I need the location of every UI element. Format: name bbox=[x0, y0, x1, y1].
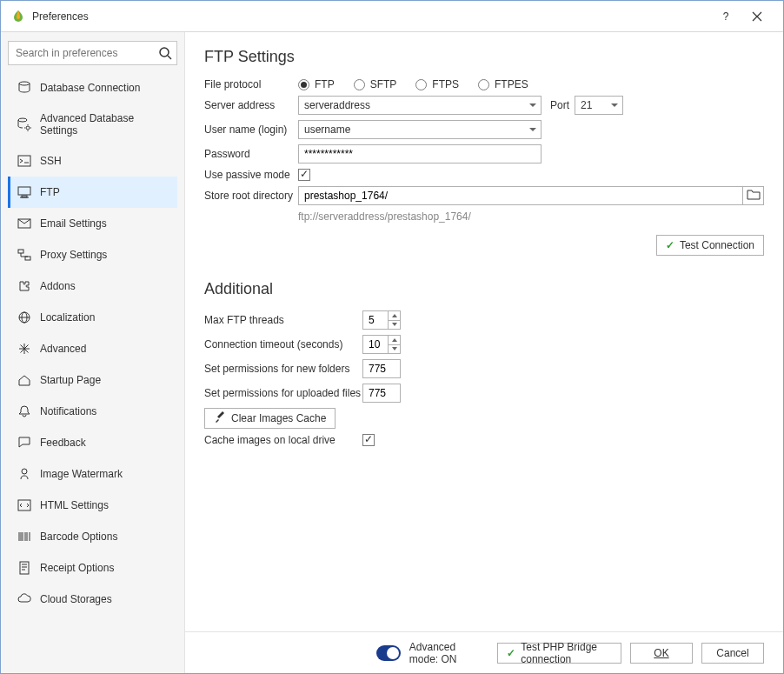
test-php-bridge-button[interactable]: ✓ Test PHP Bridge connection bbox=[497, 643, 621, 664]
code-icon bbox=[17, 498, 31, 512]
puzzle-icon bbox=[17, 279, 31, 293]
user-name-combo[interactable]: username bbox=[298, 120, 541, 139]
barcode-icon bbox=[17, 530, 31, 544]
spin-up-icon[interactable] bbox=[388, 336, 400, 345]
close-button[interactable] bbox=[741, 1, 773, 32]
sidebar: Database Connection Advanced Database Se… bbox=[1, 32, 185, 673]
sidebar-item-label: Image Watermark bbox=[40, 468, 123, 480]
svg-point-4 bbox=[26, 126, 30, 130]
sidebar-item-html-settings[interactable]: HTML Settings bbox=[8, 490, 177, 521]
sidebar-item-feedback[interactable]: Feedback bbox=[8, 427, 177, 458]
radio-ftpes[interactable]: FTPES bbox=[478, 78, 528, 90]
bell-icon bbox=[17, 404, 31, 418]
port-combo[interactable]: 21 bbox=[575, 96, 623, 115]
max-threads-spinner[interactable] bbox=[388, 311, 400, 329]
sidebar-item-label: Database Connection bbox=[40, 82, 140, 94]
watermark-icon bbox=[17, 467, 31, 481]
search-input[interactable] bbox=[8, 41, 177, 65]
svg-point-0 bbox=[160, 48, 169, 57]
radio-sftp-input[interactable] bbox=[354, 79, 365, 90]
spin-down-icon[interactable] bbox=[388, 345, 400, 354]
sidebar-item-notifications[interactable]: Notifications bbox=[8, 396, 177, 427]
label-max-threads: Max FTP threads bbox=[204, 314, 362, 326]
additional-heading: Additional bbox=[204, 280, 764, 298]
label-cache-local: Cache images on local drive bbox=[204, 434, 362, 446]
label-perm-folders: Set permissions for new folders bbox=[204, 363, 362, 375]
radio-ftpes-input[interactable] bbox=[478, 79, 489, 90]
ftp-icon bbox=[17, 185, 31, 199]
sidebar-item-label: Advanced bbox=[40, 343, 86, 355]
sidebar-item-label: HTML Settings bbox=[40, 499, 109, 511]
folder-icon bbox=[747, 189, 761, 204]
sidebar-item-cloud-storages[interactable]: Cloud Storages bbox=[8, 584, 177, 615]
sidebar-item-label: SSH bbox=[40, 155, 62, 167]
sidebar-item-label: Proxy Settings bbox=[40, 249, 107, 261]
timeout-spinner[interactable] bbox=[388, 336, 400, 353]
radio-ftp[interactable]: FTP bbox=[298, 78, 335, 90]
window-title: Preferences bbox=[32, 10, 710, 23]
svg-rect-6 bbox=[18, 187, 30, 195]
radio-ftps[interactable]: FTPS bbox=[415, 78, 459, 90]
sidebar-item-label: Addons bbox=[40, 280, 76, 292]
svg-rect-5 bbox=[18, 156, 30, 166]
row-perm-folders: Set permissions for new folders bbox=[204, 359, 764, 378]
sidebar-item-label: Feedback bbox=[40, 437, 86, 449]
password-input[interactable] bbox=[298, 144, 541, 163]
row-file-protocol: File protocol FTP SFTP FTPS FTPES bbox=[204, 78, 764, 90]
receipt-icon bbox=[17, 561, 31, 575]
sidebar-item-ssh[interactable]: SSH bbox=[8, 145, 177, 177]
sidebar-item-addons[interactable]: Addons bbox=[8, 270, 177, 302]
label-timeout: Connection timeout (seconds) bbox=[204, 338, 362, 350]
cancel-button[interactable]: Cancel bbox=[701, 643, 764, 664]
radio-ftp-input[interactable] bbox=[298, 79, 309, 90]
clear-images-cache-button[interactable]: Clear Images Cache bbox=[204, 408, 336, 429]
sidebar-item-barcode-options[interactable]: Barcode Options bbox=[8, 521, 177, 552]
server-address-combo[interactable]: serveraddress bbox=[298, 96, 541, 115]
advanced-mode-toggle[interactable] bbox=[376, 645, 401, 661]
database-gear-icon bbox=[17, 117, 31, 131]
label-store-root: Store root directory bbox=[204, 190, 298, 202]
radio-sftp[interactable]: SFTP bbox=[354, 78, 397, 90]
sidebar-item-ftp[interactable]: FTP bbox=[8, 177, 177, 208]
sidebar-item-receipt-options[interactable]: Receipt Options bbox=[8, 552, 177, 584]
search-icon[interactable] bbox=[158, 46, 172, 63]
browse-folder-button[interactable] bbox=[743, 186, 764, 205]
sidebar-item-email-settings[interactable]: Email Settings bbox=[8, 208, 177, 239]
check-icon: ✓ bbox=[507, 647, 515, 659]
sidebar-item-advanced[interactable]: Advanced bbox=[8, 333, 177, 364]
cache-local-checkbox[interactable] bbox=[362, 434, 375, 446]
test-connection-button[interactable]: ✓ Test Connection bbox=[656, 235, 764, 256]
sidebar-item-advanced-database-settings[interactable]: Advanced Database Settings bbox=[8, 103, 177, 145]
sidebar-item-proxy-settings[interactable]: Proxy Settings bbox=[8, 239, 177, 270]
sidebar-item-database-connection[interactable]: Database Connection bbox=[8, 72, 177, 103]
row-perm-files: Set permissions for uploaded files bbox=[204, 384, 764, 403]
ok-button[interactable]: OK bbox=[630, 643, 693, 664]
svg-point-3 bbox=[18, 118, 27, 122]
svg-line-1 bbox=[168, 56, 171, 59]
database-icon bbox=[17, 81, 31, 95]
perm-folders-input[interactable] bbox=[362, 359, 401, 378]
help-button[interactable]: ? bbox=[710, 1, 741, 32]
terminal-icon bbox=[17, 154, 31, 168]
svg-rect-17 bbox=[20, 562, 29, 574]
spin-up-icon[interactable] bbox=[388, 311, 400, 321]
store-root-input[interactable] bbox=[298, 186, 743, 205]
test-connection-row: ✓ Test Connection bbox=[204, 235, 764, 256]
radio-ftps-input[interactable] bbox=[415, 79, 427, 90]
perm-files-input[interactable] bbox=[362, 384, 401, 403]
label-server-address: Server address bbox=[204, 99, 298, 111]
row-cache-local: Cache images on local drive bbox=[204, 434, 764, 446]
use-passive-checkbox[interactable] bbox=[298, 169, 310, 181]
sidebar-item-localization[interactable]: Localization bbox=[8, 302, 177, 333]
row-max-threads: Max FTP threads bbox=[204, 310, 764, 330]
spin-down-icon[interactable] bbox=[388, 321, 400, 330]
label-file-protocol: File protocol bbox=[204, 78, 298, 90]
sidebar-item-startup-page[interactable]: Startup Page bbox=[8, 364, 177, 396]
svg-rect-11 bbox=[25, 257, 30, 260]
body: Database Connection Advanced Database Se… bbox=[1, 32, 783, 673]
sidebar-item-image-watermark[interactable]: Image Watermark bbox=[8, 458, 177, 490]
row-clear-cache: Clear Images Cache bbox=[204, 408, 764, 429]
url-hint: ftp://serveraddress/prestashop_1764/ bbox=[298, 210, 764, 223]
cloud-icon bbox=[17, 592, 31, 606]
ftp-settings-heading: FTP Settings bbox=[204, 48, 764, 66]
